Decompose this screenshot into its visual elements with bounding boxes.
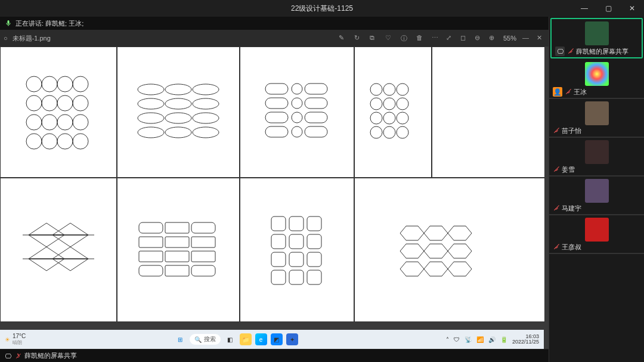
cell-ellipses	[117, 47, 240, 178]
participant-tile[interactable]: 🖵薛凯鳐的屏幕共享	[550, 18, 643, 58]
svg-point-4	[26, 95, 42, 111]
svg-point-20	[165, 98, 191, 109]
svg-rect-37	[265, 126, 288, 137]
host-badge-icon: 👤	[553, 87, 562, 97]
windows-taskbar[interactable]: ☀ 17°C 晴朗 ⊞ 🔍 搜索 ◧ 📁 e ◩ ✦	[0, 330, 544, 349]
svg-point-40	[370, 83, 382, 95]
expand-icon[interactable]: ⤢	[446, 34, 454, 42]
titlebar: 22级设计基础-1125 — ▢ ✕	[0, 0, 644, 17]
svg-point-26	[165, 127, 191, 138]
search-placeholder: 搜索	[204, 335, 216, 344]
volume-icon[interactable]: 🔊	[488, 336, 496, 343]
temperature-label: 17°C	[13, 333, 26, 339]
svg-point-5	[42, 95, 57, 111]
participant-info-row: 马建宇	[552, 203, 642, 213]
start-icon[interactable]: ⊞	[174, 333, 186, 345]
maximize-button[interactable]: ▢	[596, 0, 620, 17]
svg-point-49	[370, 126, 382, 138]
svg-rect-30	[305, 83, 327, 94]
tray-chevron-icon[interactable]: ˄	[446, 336, 449, 343]
info-icon[interactable]: ⓘ	[401, 34, 409, 42]
cell-capsules-circles	[240, 47, 354, 178]
explorer-icon[interactable]: 📁	[240, 333, 252, 345]
edge-icon[interactable]: e	[255, 333, 267, 345]
rounded-rects-icon	[137, 220, 220, 280]
zoom-out-icon[interactable]: ⊖	[475, 34, 483, 42]
viewer-close-icon[interactable]: ✕	[537, 34, 545, 42]
viewer-dash-icon[interactable]: —	[522, 34, 531, 42]
microphone-icon	[5, 20, 12, 27]
svg-rect-79	[307, 234, 321, 249]
svg-point-47	[383, 112, 395, 124]
edit-icon[interactable]: ✎	[339, 34, 347, 42]
crop-icon[interactable]: ⧉	[370, 34, 378, 42]
cell-small-circles	[354, 47, 432, 178]
participant-tile[interactable]: 苗子怡	[549, 99, 644, 138]
battery-icon[interactable]: 🔋	[500, 336, 507, 343]
svg-rect-77	[271, 234, 286, 249]
clock-widget[interactable]: 16:03 2022/11/25	[512, 334, 539, 345]
ellipses-grid-icon	[137, 82, 220, 142]
sun-icon: ☀	[5, 336, 10, 343]
search-icon: 🔍	[194, 336, 202, 343]
zoom-in-icon[interactable]: ⊕	[489, 34, 497, 42]
cell-hexagons	[354, 178, 545, 322]
tray-icon-2[interactable]: 📡	[465, 336, 472, 343]
delete-icon[interactable]: 🗑	[416, 34, 425, 42]
participant-info-row: 👤王冰	[552, 86, 642, 97]
app2-icon[interactable]: ✦	[286, 333, 298, 345]
svg-point-32	[292, 98, 302, 109]
svg-marker-89	[400, 244, 424, 258]
svg-marker-92	[400, 262, 424, 276]
svg-point-12	[26, 134, 42, 149]
tab-icon[interactable]: ○	[4, 35, 8, 42]
minimize-button[interactable]: —	[572, 0, 596, 17]
design-grid	[0, 47, 545, 322]
svg-point-9	[42, 115, 57, 130]
svg-point-42	[397, 83, 408, 95]
svg-point-17	[165, 84, 191, 95]
svg-marker-86	[400, 226, 424, 240]
screen-icon: 🖵	[5, 352, 11, 360]
mic-muted-icon	[553, 243, 559, 251]
svg-rect-73	[191, 265, 215, 276]
tray-icon-1[interactable]: 🛡	[454, 336, 460, 343]
participant-name: 苗子怡	[562, 126, 581, 135]
svg-point-50	[383, 126, 395, 138]
svg-rect-83	[271, 270, 286, 284]
participant-tile[interactable]: 姜雪	[549, 138, 644, 177]
more-icon[interactable]: ⋯	[432, 34, 440, 42]
canvas-area[interactable]	[0, 47, 549, 349]
svg-rect-31	[265, 98, 288, 109]
rotate-icon[interactable]: ↻	[354, 34, 363, 42]
hexagons-icon	[399, 220, 476, 280]
fit-icon[interactable]: ◻	[460, 34, 469, 42]
svg-marker-58	[29, 259, 64, 271]
taskbar-search[interactable]: 🔍 搜索	[190, 334, 221, 345]
wifi-icon[interactable]: 📶	[476, 336, 484, 343]
svg-rect-84	[289, 270, 304, 284]
svg-point-44	[383, 98, 395, 110]
svg-rect-71	[139, 265, 163, 276]
mic-muted-icon	[553, 205, 559, 212]
svg-marker-52	[29, 223, 64, 235]
heart-icon[interactable]: ♡	[385, 34, 394, 42]
zoom-level: 55%	[503, 35, 516, 42]
cell-rounded-rects	[117, 178, 240, 322]
app1-icon[interactable]: ◩	[271, 333, 283, 345]
svg-point-3	[73, 76, 88, 92]
svg-point-45	[397, 98, 408, 110]
task-view-icon[interactable]: ◧	[224, 333, 236, 345]
participant-tile[interactable]: 👤王冰	[549, 60, 644, 99]
close-button[interactable]: ✕	[620, 0, 644, 17]
svg-marker-90	[424, 244, 448, 258]
participant-tile[interactable]: 马建宇	[549, 177, 644, 215]
participant-tile[interactable]: 王彦叔	[549, 215, 644, 254]
mic-muted-icon	[553, 127, 559, 135]
participants-panel[interactable]: 🖵薛凯鳐的屏幕共享👤王冰苗子怡姜雪马建宇王彦叔	[549, 17, 644, 362]
participant-info-row: 🖵薛凯鳐的屏幕共享	[554, 45, 639, 56]
svg-marker-93	[424, 262, 448, 276]
svg-point-13	[42, 134, 57, 149]
weather-widget[interactable]: ☀ 17°C 晴朗	[0, 333, 30, 346]
svg-point-21	[193, 98, 219, 109]
